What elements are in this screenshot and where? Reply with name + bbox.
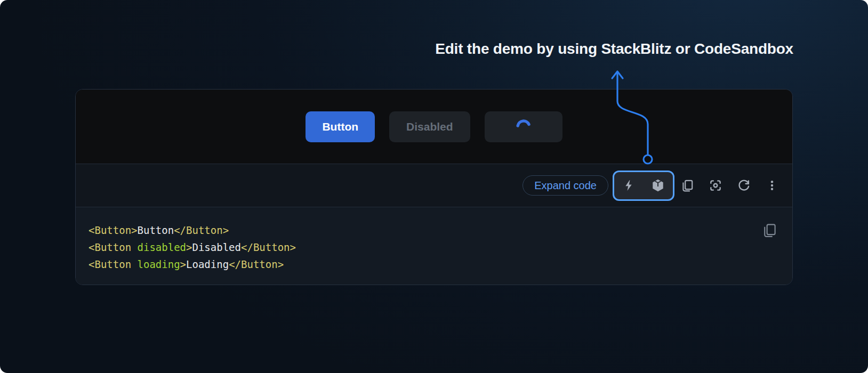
code-line: <Button loading>Loading</Button>: [89, 256, 755, 273]
copy-snippet-button[interactable]: [761, 222, 777, 238]
demo-preview-stage: Button Disabled: [76, 90, 792, 164]
code-panel: <Button>Button</Button><Button disabled>…: [76, 207, 792, 285]
code-block: <Button>Button</Button><Button disabled>…: [89, 222, 755, 273]
isolate-demo-button[interactable]: [708, 178, 723, 193]
copy-icon: [680, 179, 694, 192]
loading-button[interactable]: [485, 111, 562, 142]
code-token-tag: <Button: [89, 258, 138, 270]
arrow-head: [612, 71, 623, 78]
code-token-attr: disabled: [138, 241, 187, 253]
codesandbox-cube-icon: [651, 179, 665, 192]
stackblitz-lightning-icon: [623, 179, 636, 192]
docs-page: Edit the demo by using StackBlitz or Cod…: [0, 0, 868, 373]
more-vertical-icon: [766, 179, 778, 192]
disabled-button: Disabled: [389, 111, 470, 142]
code-token-tag: <Button>: [89, 224, 138, 236]
toolbar-icon-row: [680, 178, 779, 193]
stackblitz-button[interactable]: [622, 178, 637, 193]
code-token-attr: loading: [138, 258, 180, 270]
copy-code-button[interactable]: [680, 178, 695, 193]
code-token-plain: Button: [138, 224, 174, 236]
code-token-tag: </Button>: [241, 241, 296, 253]
online-editor-group: [613, 171, 674, 201]
code-line: <Button>Button</Button>: [89, 222, 755, 239]
code-token-tag: <Button: [89, 241, 138, 253]
code-token-tag: </Button>: [229, 258, 284, 270]
component-demo-card: Button Disabled Expand code: [75, 89, 793, 285]
annotation-title: Edit the demo by using StackBlitz or Cod…: [435, 40, 793, 58]
refresh-icon: [737, 179, 751, 192]
codesandbox-button[interactable]: [650, 178, 665, 193]
refresh-demo-button[interactable]: [736, 178, 751, 193]
code-token-plain: Loading: [186, 258, 229, 270]
copy-icon: [761, 222, 777, 238]
more-actions-button[interactable]: [765, 178, 779, 193]
demo-toolbar: Expand code: [76, 164, 792, 207]
code-token-plain: Disabled: [192, 241, 241, 253]
code-token-tag: >: [186, 241, 192, 253]
expand-code-button[interactable]: Expand code: [523, 175, 608, 196]
code-token-tag: >: [180, 258, 186, 270]
primary-button[interactable]: Button: [306, 111, 375, 142]
isolate-icon: [709, 179, 722, 192]
loading-spinner-icon: [516, 119, 532, 135]
code-line: <Button disabled>Disabled</Button>: [89, 239, 755, 256]
code-token-tag: </Button>: [174, 224, 229, 236]
